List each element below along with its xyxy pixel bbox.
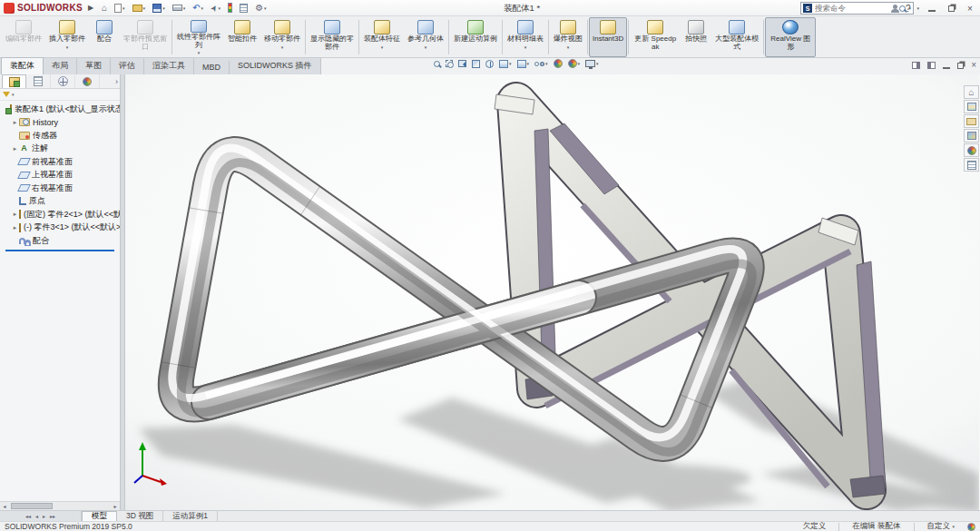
- ribbon-button-move-component[interactable]: 移动零部件▾: [260, 17, 304, 57]
- doc-close-icon[interactable]: ×: [971, 60, 976, 70]
- tab-solidworks-addins[interactable]: SOLIDWORKS 插件: [230, 58, 321, 74]
- tab-mbd[interactable]: MBD: [194, 61, 230, 74]
- ribbon-button-component-preview-window[interactable]: 零部件预览窗口: [120, 17, 171, 57]
- login-user-icon[interactable]: [891, 5, 899, 13]
- tab-render-tools[interactable]: 渲染工具: [144, 58, 194, 74]
- hide-show-items-button[interactable]: ▾: [534, 61, 548, 66]
- ribbon-button-large-assembly-mode[interactable]: 大型装配体模式: [711, 17, 762, 57]
- doc-minimize-icon[interactable]: [943, 62, 950, 69]
- status-realview-ball-icon[interactable]: [967, 523, 975, 531]
- doc-restore-icon[interactable]: [957, 63, 964, 69]
- tree-item-right-plane[interactable]: 右视基准面: [11, 182, 120, 195]
- dynamic-annotation-views-button[interactable]: [485, 60, 494, 68]
- ribbon-button-update-speedpak[interactable]: 更新 Speedpak: [630, 17, 681, 57]
- restore-button[interactable]: [945, 4, 957, 14]
- graphics-viewport[interactable]: ⌂: [125, 74, 980, 510]
- ribbon-button-take-snapshot[interactable]: 拍快照: [681, 17, 711, 57]
- tree-item-sensors[interactable]: 传感器: [11, 129, 120, 143]
- expand-icon[interactable]: ▸: [11, 119, 19, 126]
- close-button[interactable]: ×: [964, 4, 976, 14]
- view-palette-button[interactable]: [964, 129, 979, 143]
- tree-item-assembly-root[interactable]: 装配体1 (默认<默认_显示状态-1>): [2, 103, 120, 116]
- rollback-bar[interactable]: [5, 250, 114, 251]
- help-caret-icon[interactable]: ▾: [916, 5, 919, 11]
- design-library-button[interactable]: [964, 100, 979, 113]
- previous-view-button[interactable]: [458, 60, 466, 67]
- expand-icon[interactable]: ▸: [11, 224, 19, 231]
- tree-item-annotations[interactable]: ▸A注解: [11, 143, 120, 156]
- view-orientation-button[interactable]: ▾: [499, 60, 512, 68]
- menu-expand-icon[interactable]: ▶: [88, 4, 93, 12]
- ribbon-button-linear-component-pattern[interactable]: 线性零部件阵列▾: [173, 17, 224, 57]
- tab-motion-study-1[interactable]: 运动算例1: [163, 511, 218, 521]
- tab-display-manager[interactable]: [75, 74, 100, 88]
- tab-evaluate[interactable]: 评估: [111, 58, 144, 74]
- expand-icon[interactable]: ▸: [11, 211, 19, 218]
- tree-filter[interactable]: ▾: [0, 89, 120, 101]
- section-view-button[interactable]: [472, 60, 480, 68]
- zoom-to-area-button[interactable]: [446, 60, 453, 67]
- nav-last-icon[interactable]: ▸▸: [50, 513, 55, 519]
- new-document-button[interactable]: ▾: [112, 3, 128, 14]
- apply-scene-button[interactable]: ▾: [568, 59, 581, 68]
- file-properties-button[interactable]: [237, 3, 250, 14]
- save-button[interactable]: ▾: [150, 3, 168, 14]
- zoom-to-fit-button[interactable]: [434, 61, 440, 67]
- custom-properties-button[interactable]: [964, 158, 979, 172]
- ribbon-button-instant3d[interactable]: Instant3D: [589, 17, 627, 57]
- ribbon-button-bill-of-materials[interactable]: 材料明细表▾: [504, 17, 547, 57]
- ribbon-button-smart-fasteners[interactable]: 智能扣件: [224, 17, 260, 57]
- ribbon-button-exploded-view[interactable]: 爆炸视图▾: [550, 17, 586, 57]
- tree-item-front-plane[interactable]: 前视基准面: [11, 155, 120, 169]
- nav-prev-icon[interactable]: ◂: [35, 513, 38, 519]
- ribbon-button-edit-component[interactable]: 编辑零部件: [2, 17, 45, 57]
- open-button[interactable]: ▾: [130, 4, 149, 13]
- select-button[interactable]: ➤▾: [208, 3, 223, 14]
- tab-assembly[interactable]: 装配体: [1, 57, 44, 74]
- rebuild-button[interactable]: [225, 2, 235, 14]
- file-explorer-button[interactable]: [964, 114, 979, 128]
- appearances-scenes-button[interactable]: [964, 143, 979, 157]
- tab-property-manager[interactable]: [26, 74, 51, 88]
- help-button[interactable]: ?: [906, 4, 911, 14]
- display-style-button[interactable]: ▾: [517, 60, 530, 68]
- tree-item-origin[interactable]: 原点: [11, 195, 120, 209]
- ribbon-button-show-hidden-components[interactable]: 显示隐藏的零部件: [307, 17, 358, 57]
- ribbon-button-realview-graphics[interactable]: RealView 图形: [765, 17, 816, 57]
- options-button[interactable]: ⚙▾: [252, 2, 269, 14]
- print-button[interactable]: ▾: [170, 4, 189, 12]
- home-button[interactable]: ⌂: [99, 3, 110, 14]
- tab-feature-manager[interactable]: [2, 74, 26, 88]
- edit-appearance-button[interactable]: [554, 59, 563, 68]
- ribbon-button-assembly-features[interactable]: 装配体特征▾: [360, 17, 404, 57]
- tree-item-top-plane[interactable]: 上视基准面: [11, 169, 120, 182]
- sidebar-horizontal-scrollbar[interactable]: ◂ ▸: [0, 501, 120, 510]
- pane-expand-icon[interactable]: ›: [115, 77, 118, 86]
- ribbon-button-new-motion-study[interactable]: 新建运动算例: [450, 17, 501, 57]
- scroll-right-icon[interactable]: ▸: [111, 503, 120, 509]
- tree-item-part2[interactable]: ▸(固定) 零件2<1> (默认<<默认>_显: [11, 208, 120, 221]
- tab-model[interactable]: 模型: [82, 511, 117, 521]
- tab-3d-views[interactable]: 3D 视图: [117, 511, 163, 521]
- ribbon-button-mate[interactable]: 配合: [89, 17, 120, 57]
- ribbon-button-reference-geometry[interactable]: 参考几何体▾: [404, 17, 447, 57]
- undo-button[interactable]: ↶▾: [190, 2, 206, 14]
- view-settings-button[interactable]: ▾: [585, 60, 599, 67]
- pane-right-icon[interactable]: [927, 62, 936, 69]
- tree-item-part3[interactable]: ▸(-) 零件3<1> (默认<<默认>_显示: [11, 221, 120, 235]
- tab-layout[interactable]: 布局: [44, 58, 77, 74]
- solidworks-resources-button[interactable]: ⌂: [964, 85, 979, 99]
- search-input[interactable]: [815, 4, 897, 13]
- viewport-3d[interactable]: [125, 74, 979, 510]
- scroll-left-icon[interactable]: ◂: [0, 503, 9, 509]
- scrollbar-thumb[interactable]: [11, 503, 53, 509]
- tree-item-mates[interactable]: 配合: [11, 234, 120, 248]
- ribbon-button-insert-components[interactable]: 插入零部件▾: [45, 17, 89, 57]
- tree-item-history[interactable]: ▸History: [11, 116, 120, 130]
- pane-left-icon[interactable]: [912, 62, 920, 69]
- minimize-button[interactable]: [926, 4, 938, 14]
- tab-scroll-buttons[interactable]: ◂◂ ◂ ▸ ▸▸: [0, 511, 82, 521]
- tab-sketch[interactable]: 草图: [77, 58, 111, 74]
- nav-first-icon[interactable]: ◂◂: [25, 513, 31, 519]
- status-custom-dropdown[interactable]: 自定义 ▾: [927, 521, 955, 531]
